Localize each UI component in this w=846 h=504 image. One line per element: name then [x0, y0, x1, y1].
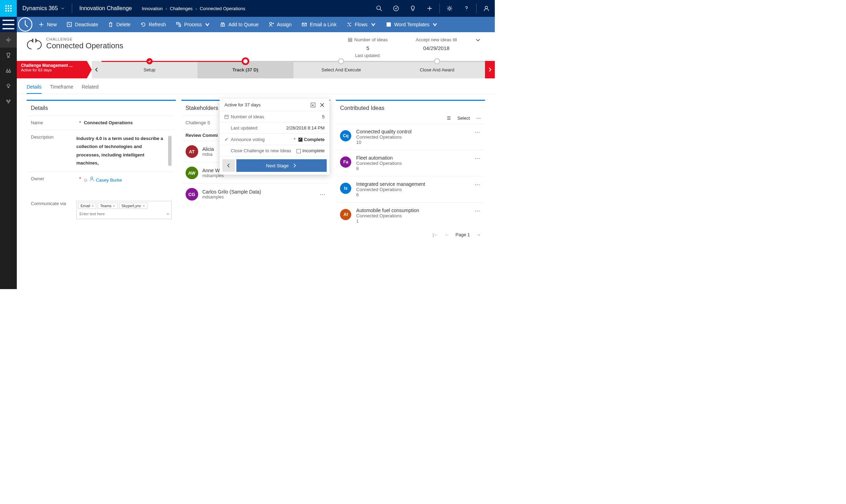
tag-input[interactable] — [78, 210, 165, 217]
stage-flyout: Active for 37 days Number of ideas 5 Las… — [220, 99, 330, 175]
stage-next[interactable] — [485, 61, 495, 78]
hamburger-icon — [0, 16, 17, 33]
prev-stage-button[interactable] — [222, 159, 235, 172]
crumb-1[interactable]: Innovation — [142, 6, 163, 11]
page-title: Connected Operations — [46, 41, 123, 50]
announce-voting-field[interactable]: Complete — [298, 137, 325, 142]
recent-button[interactable] — [17, 17, 34, 32]
close-icon[interactable] — [320, 103, 325, 107]
lightbulb-icon — [5, 83, 12, 89]
idea-item[interactable]: Cq Connected quality controlConnected Op… — [337, 124, 484, 150]
scrollbar[interactable] — [168, 136, 172, 166]
email-link-button[interactable]: Email a Link — [297, 17, 341, 32]
select-button[interactable]: Select — [457, 115, 470, 121]
svg-point-23 — [6, 71, 8, 72]
more-menu[interactable]: ⋯ — [474, 155, 481, 171]
chevron-down-icon[interactable]: ⌄ — [166, 210, 170, 217]
tab-details[interactable]: Details — [27, 82, 42, 94]
assign-button[interactable]: Assign — [264, 17, 297, 32]
process-name[interactable]: Challenge Management ... Active for 63 d… — [17, 61, 87, 78]
stage-select[interactable]: Select And Execute — [293, 61, 389, 78]
nav-item-5[interactable] — [0, 94, 17, 109]
more-menu[interactable]: ⋯ — [476, 115, 481, 121]
plus-icon — [427, 5, 433, 12]
word-templates-menu[interactable]: WWord Templates — [381, 17, 443, 32]
svg-rect-1 — [8, 5, 9, 7]
tag-remove[interactable]: × — [113, 204, 115, 208]
crumb-2[interactable]: Challenges — [170, 6, 193, 11]
refresh-button[interactable]: Refresh — [136, 17, 171, 32]
stage-setup[interactable]: Setup — [102, 61, 197, 78]
owner-field[interactable]: ⊙ Casey Burke — [84, 176, 171, 183]
deactivate-button[interactable]: Deactivate — [62, 17, 103, 32]
brand-menu[interactable]: Dynamics 365 — [17, 5, 70, 12]
tag-remove[interactable]: × — [143, 204, 145, 208]
tag-item[interactable]: Teams× — [98, 203, 118, 209]
header-expand[interactable] — [471, 37, 485, 44]
help-button[interactable] — [458, 0, 475, 17]
next-stage-button[interactable]: Next Stage — [236, 159, 327, 172]
tag-item[interactable]: Skype/Lync× — [119, 203, 147, 209]
account-button[interactable] — [478, 0, 495, 17]
dock-icon[interactable] — [311, 103, 315, 107]
svg-point-25 — [7, 100, 8, 102]
chevron-down-icon — [61, 6, 65, 10]
idea-item[interactable]: Fa Fleet automationConnected Operations8… — [337, 150, 484, 176]
more-menu[interactable]: ⋯ — [474, 129, 481, 145]
nav-item-3[interactable] — [0, 63, 17, 78]
add-to-queue-button[interactable]: Add to Queue — [215, 17, 263, 32]
more-menu[interactable]: ⋯ — [320, 191, 326, 198]
check-icon: ✓ — [224, 136, 229, 142]
delete-button[interactable]: Delete — [103, 17, 135, 32]
idea-item[interactable]: Is Integrated service managementConnecte… — [337, 176, 484, 202]
divider — [72, 4, 72, 13]
tag-item[interactable]: Email× — [78, 203, 96, 209]
search-button[interactable] — [371, 0, 388, 17]
tag-remove[interactable]: × — [92, 204, 94, 208]
name-field[interactable]: Connected Operations — [84, 120, 171, 126]
more-menu[interactable]: ⋯ — [474, 181, 481, 197]
nav-toggle[interactable] — [0, 17, 17, 32]
stage-track[interactable]: Track (37 D) — [197, 61, 293, 78]
settings-button[interactable] — [441, 0, 458, 17]
new-button[interactable]: New — [34, 17, 62, 32]
svg-rect-2 — [10, 5, 12, 7]
svg-point-18 — [270, 22, 272, 24]
svg-point-11 — [449, 7, 450, 9]
task-button[interactable] — [388, 0, 404, 17]
list-options-icon[interactable]: ☰ — [447, 115, 451, 121]
crumb-3[interactable]: Connected Operations — [200, 6, 245, 11]
word-icon: W — [386, 22, 391, 27]
app-launcher[interactable] — [0, 0, 17, 17]
svg-text:W: W — [387, 23, 390, 27]
more-menu[interactable]: ⋯ — [474, 208, 481, 224]
description-field[interactable]: Industry 4.0 is a term used to describe … — [76, 134, 172, 167]
flows-menu[interactable]: Flows — [341, 17, 381, 32]
close-challenge-field[interactable]: Incomplete — [297, 148, 325, 153]
tab-timeframe[interactable]: Timeframe — [50, 82, 73, 94]
stage-prev[interactable] — [92, 61, 102, 78]
divider — [476, 4, 477, 13]
nav-item-4[interactable] — [0, 78, 17, 94]
plus-icon — [39, 22, 44, 27]
chevron-down-icon — [370, 22, 376, 27]
process-menu[interactable]: Process — [171, 17, 215, 32]
svg-rect-5 — [10, 8, 12, 9]
nav-item-1[interactable] — [0, 32, 17, 48]
calculator-icon — [348, 38, 352, 42]
add-button[interactable] — [421, 0, 438, 17]
required-marker: * — [79, 120, 81, 126]
assist-button[interactable] — [404, 0, 421, 17]
person-item[interactable]: CG Carlos Grilo (Sample Data)mdsamples ⋯ — [183, 183, 329, 205]
page-prev[interactable]: ← — [445, 232, 449, 237]
page-next[interactable]: → — [476, 232, 481, 237]
area-label: Innovation Challenge — [74, 5, 137, 12]
communicate-tags[interactable]: Email× Teams× Skype/Lync× ⌄ — [76, 201, 172, 219]
idea-item[interactable]: Af Automobile fuel consumptionConnected … — [337, 202, 484, 229]
svg-rect-0 — [5, 5, 7, 7]
page-first[interactable]: |← — [432, 232, 438, 237]
tab-related[interactable]: Related — [82, 82, 98, 94]
stage-close[interactable]: Close And Award — [389, 61, 485, 78]
nav-item-2[interactable] — [0, 48, 17, 63]
binoculars-icon — [5, 68, 12, 74]
